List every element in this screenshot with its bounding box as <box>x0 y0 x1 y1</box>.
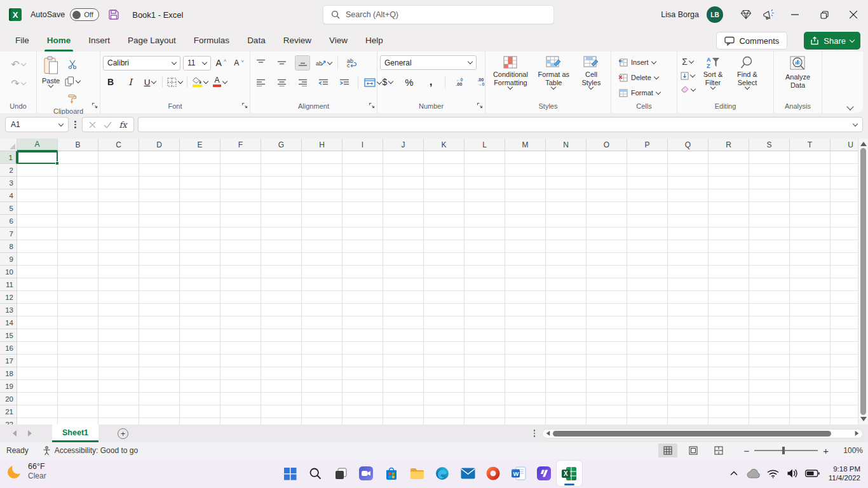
previous-sheet-arrow[interactable] <box>13 430 17 437</box>
scrollbar-resize-handle[interactable] <box>532 430 538 437</box>
row-header-1[interactable]: 1 <box>0 151 17 164</box>
column-header-u[interactable]: U <box>831 139 858 151</box>
accounting-format-button[interactable]: $ <box>380 74 395 90</box>
name-box[interactable]: A1 <box>5 117 69 132</box>
column-header-m[interactable]: M <box>505 139 546 151</box>
row-header-5[interactable]: 5 <box>0 202 17 215</box>
collapse-ribbon-chevron[interactable] <box>846 103 853 110</box>
column-header-h[interactable]: H <box>302 139 342 151</box>
paste-button[interactable]: Paste <box>39 55 62 88</box>
tab-review[interactable]: Review <box>275 29 320 51</box>
row-header-8[interactable]: 8 <box>0 240 17 253</box>
analyze-data-button[interactable]: Analyze Data <box>779 55 817 90</box>
normal-view-button[interactable] <box>658 444 677 458</box>
row-header-21[interactable]: 21 <box>0 405 17 418</box>
zoom-handle[interactable] <box>782 447 785 454</box>
formula-input[interactable] <box>138 117 863 132</box>
column-header-g[interactable]: G <box>261 139 302 151</box>
formula-bar-handle[interactable] <box>72 121 78 128</box>
task-view-button[interactable] <box>328 461 353 486</box>
row-header-3[interactable]: 3 <box>0 177 17 189</box>
column-header-q[interactable]: Q <box>668 139 709 151</box>
scroll-down-arrow[interactable] <box>860 417 867 421</box>
row-header-7[interactable]: 7 <box>0 227 17 240</box>
vertical-scroll-thumb[interactable] <box>860 148 866 415</box>
fill-button[interactable] <box>680 70 695 81</box>
column-header-n[interactable]: N <box>546 139 587 151</box>
clear-button[interactable] <box>680 84 695 95</box>
battery-icon[interactable] <box>805 459 820 488</box>
zoom-out-button[interactable]: − <box>743 446 749 456</box>
align-center-button[interactable] <box>274 75 289 90</box>
mail-button[interactable] <box>455 461 480 486</box>
comments-button[interactable]: Comments <box>716 32 787 50</box>
insert-cells-button[interactable]: Insert <box>616 55 658 69</box>
autosave-toggle[interactable]: Off <box>70 8 99 21</box>
word-button[interactable]: W <box>506 461 531 486</box>
format-as-table-button[interactable]: Format as Table <box>534 55 573 90</box>
excel-taskbar-button[interactable]: X <box>557 461 582 486</box>
volume-icon[interactable] <box>785 459 801 488</box>
user-name[interactable]: Lisa Borga <box>661 10 699 19</box>
delete-cells-button[interactable]: Delete <box>616 71 660 85</box>
row-header-20[interactable]: 20 <box>0 393 17 405</box>
sort-filter-button[interactable]: A Z Sort & Filter <box>696 55 729 90</box>
column-header-f[interactable]: F <box>220 139 261 151</box>
fill-handle[interactable] <box>55 161 59 165</box>
column-header-s[interactable]: S <box>749 139 790 151</box>
microsoft-store-button[interactable] <box>379 461 404 486</box>
align-left-button[interactable] <box>253 75 268 90</box>
decrease-font-size-button[interactable]: A˅ <box>231 55 247 71</box>
row-header-2[interactable]: 2 <box>0 164 17 177</box>
row-header-9[interactable]: 9 <box>0 253 17 266</box>
scroll-right-arrow[interactable] <box>855 431 859 436</box>
top-align-button[interactable] <box>253 55 268 71</box>
find-select-button[interactable]: Find & Select <box>731 55 764 90</box>
wifi-icon[interactable] <box>766 459 781 488</box>
scroll-left-arrow[interactable] <box>546 431 550 436</box>
row-header-18[interactable]: 18 <box>0 367 17 380</box>
weather-widget[interactable]: 66°F Clear <box>6 462 46 481</box>
file-explorer-button[interactable] <box>404 461 430 486</box>
save-icon[interactable] <box>108 9 119 20</box>
undo-button[interactable]: ↶ <box>11 57 26 72</box>
feedback-megaphone-icon[interactable] <box>757 0 780 29</box>
copy-button[interactable] <box>65 74 80 89</box>
page-break-preview-button[interactable] <box>709 444 728 458</box>
comma-style-button[interactable]: , <box>423 74 438 90</box>
tab-file[interactable]: File <box>6 29 38 51</box>
horizontal-scroll-thumb[interactable] <box>553 431 831 437</box>
column-header-j[interactable]: J <box>383 139 424 151</box>
format-painter-button[interactable] <box>65 91 80 106</box>
row-header-6[interactable]: 6 <box>0 215 17 227</box>
wrap-text-button[interactable]: ab c <box>344 55 359 71</box>
orientation-button[interactable]: ab <box>316 55 332 71</box>
autosum-button[interactable]: Σ <box>680 56 695 67</box>
selected-cell-a1[interactable] <box>17 151 58 164</box>
clipboard-dialog-launcher[interactable] <box>92 101 98 111</box>
zoom-slider[interactable]: − + <box>743 446 829 456</box>
clock[interactable]: 9:18 PM 11/4/2022 <box>829 464 860 482</box>
minimize-button[interactable] <box>780 0 810 29</box>
increase-font-size-button[interactable]: A˄ <box>214 55 229 71</box>
column-header-c[interactable]: C <box>98 139 139 151</box>
start-button[interactable] <box>277 461 302 486</box>
column-header-a[interactable]: A <box>17 139 58 151</box>
align-right-button[interactable] <box>295 75 310 90</box>
row-header-11[interactable]: 11 <box>0 278 17 291</box>
conditional-formatting-button[interactable]: Conditional Formatting <box>488 55 533 90</box>
edge-button[interactable] <box>430 461 455 486</box>
new-sheet-button[interactable]: + <box>118 428 128 439</box>
decrease-indent-button[interactable] <box>316 75 331 90</box>
column-header-e[interactable]: E <box>180 139 220 151</box>
fill-color-button[interactable] <box>192 74 208 90</box>
number-format-select[interactable]: General <box>380 55 477 70</box>
increase-indent-button[interactable] <box>337 75 352 90</box>
expand-formula-bar-chevron[interactable] <box>853 121 858 126</box>
premium-diamond-icon[interactable] <box>735 0 757 29</box>
row-header-22[interactable]: 22 <box>0 418 17 424</box>
font-dialog-launcher[interactable] <box>241 101 248 111</box>
column-header-d[interactable]: D <box>139 139 180 151</box>
format-cells-button[interactable]: Format <box>616 86 662 100</box>
search-bar[interactable]: Search (Alt+Q) <box>323 5 554 24</box>
